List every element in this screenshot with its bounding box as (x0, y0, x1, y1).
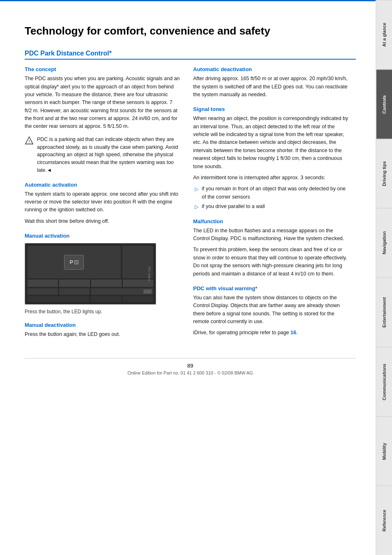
page-number: 89 (25, 363, 356, 369)
pdc-visual-title: PDC with visual warning* (193, 285, 349, 291)
svg-text:!: ! (28, 139, 30, 143)
bullet-arrow-1: ▷ (195, 185, 198, 193)
sidebar-tab-communications[interactable]: Communications (376, 347, 392, 416)
sidebar-tab-navigation[interactable]: Navigation (376, 208, 392, 278)
sidebar: At a glance Controls Driving tips Naviga… (376, 0, 392, 555)
pdc-section-title: PDC Park Distance Control* (25, 50, 356, 60)
auto-activation-body1: The system starts to operate approx. one… (25, 190, 181, 214)
sidebar-tab-at-a-glance[interactable]: At a glance (376, 0, 392, 69)
auto-activation-title: Automatic activation (25, 182, 181, 188)
warning-text: PDC is a parking aid that can indicate o… (37, 136, 181, 174)
warning-icon: ! (25, 136, 34, 145)
malfunction-body2: To prevent this problem, keep the sensor… (193, 246, 349, 278)
page-container: Technology for comfort, convenience and … (0, 0, 392, 555)
signal-tones-title: Signal tones (193, 106, 349, 112)
manual-deactivation-title: Manual deactivation (25, 322, 181, 328)
signal-tones-body2: An intermittent tone is interrupted afte… (193, 174, 349, 182)
sidebar-tab-entertainment[interactable]: Entertainment (376, 278, 392, 347)
malfunction-body1: The LED in the button flashes and a mess… (193, 227, 349, 243)
bullet-item-2: ▷ if you drive parallel to a wall (195, 203, 349, 211)
left-column: The concept The PDC assists you when you… (25, 66, 181, 342)
right-column: Automatic deactivation After driving app… (193, 66, 349, 342)
auto-deactivation-body: After driving approx. 165 ft/50 m or at … (193, 75, 349, 99)
image-side-label: PDC button (148, 266, 150, 281)
main-content: Technology for comfort, convenience and … (0, 0, 376, 555)
sidebar-tab-controls[interactable]: Controls (376, 69, 392, 139)
concept-title: The concept (25, 66, 181, 72)
two-column-layout: The concept The PDC assists you when you… (25, 66, 356, 342)
sidebar-tab-driving-tips[interactable]: Driving tips (376, 139, 392, 208)
pdc-button-image: P (25, 243, 156, 305)
malfunction-title: Malfunction (193, 218, 349, 224)
page-footer: 89 Online Edition for Part no. 01 41 2 6… (25, 358, 356, 375)
sidebar-tab-mobility[interactable]: Mobility (376, 416, 392, 486)
warning-box: ! PDC is a parking aid that can indicate… (25, 136, 181, 174)
manual-deactivation-body: Press the button again; the LED goes out… (25, 331, 181, 338)
auto-activation-body2: Wait this short time before driving off. (25, 217, 181, 225)
sidebar-tab-reference[interactable]: Reference (376, 486, 392, 555)
bullet-item-1: ▷ if you remain in front of an object th… (195, 185, 349, 201)
concept-body: The PDC assists you when you are parking… (25, 75, 181, 131)
pdc-visual-body: You can also have the system show distan… (193, 294, 349, 326)
page-link[interactable]: 16 (291, 330, 296, 335)
page-title: Technology for comfort, convenience and … (25, 25, 356, 37)
manual-activation-title: Manual activation (25, 233, 181, 239)
footer-text: Online Edition for Part no. 01 41 2 600 … (25, 370, 356, 375)
bullet-arrow-2: ▷ (195, 203, 198, 211)
pdc-visual-link-text: iDrive, for operating principle refer to… (193, 329, 349, 337)
auto-deactivation-title: Automatic deactivation (193, 66, 349, 72)
bullet-list: ▷ if you remain in front of an object th… (195, 185, 349, 210)
caption-text: Press the button, the LED lights up. (25, 309, 181, 314)
signal-tones-body: When nearing an object, the position is … (193, 115, 349, 171)
